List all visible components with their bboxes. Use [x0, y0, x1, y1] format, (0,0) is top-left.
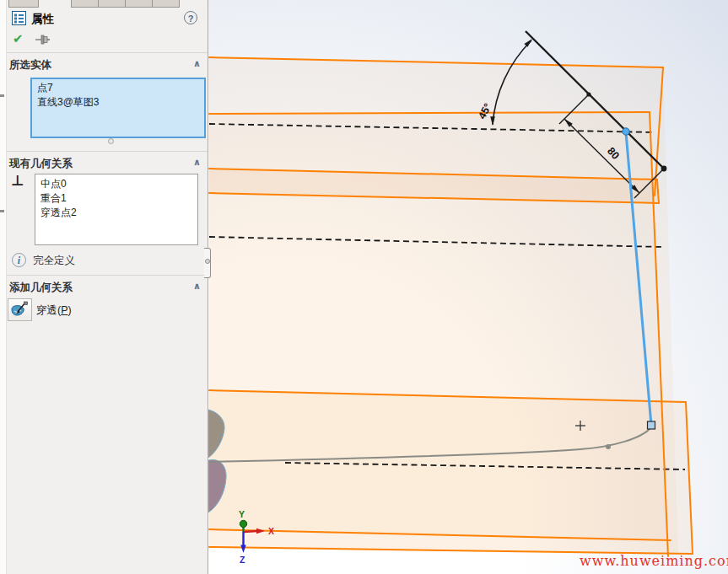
pierce-label-text: 穿透(: [36, 304, 61, 316]
panel-actions-row: ✔: [7, 31, 208, 50]
definition-status-row: i 完全定义: [7, 252, 208, 272]
panel-splitter-handle[interactable]: [204, 248, 211, 278]
pierce-label-suffix: ): [68, 304, 72, 316]
pierce-icon: [10, 301, 30, 319]
collapsed-side-rail[interactable]: [0, 0, 7, 574]
panel-tab-stub[interactable]: [152, 0, 180, 8]
section-add-relations-header[interactable]: 添加几何关系 ∧: [7, 278, 208, 297]
pierce-accesskey: P: [61, 304, 67, 316]
splitter-grip-icon: [205, 259, 210, 264]
chevron-up-icon[interactable]: ∧: [193, 157, 201, 168]
divider: [7, 151, 208, 152]
pierce-button[interactable]: [8, 298, 32, 321]
panel-tab-stub[interactable]: [8, 0, 39, 8]
panel-tab-stub[interactable]: [98, 0, 126, 8]
rail-tick: [0, 210, 4, 212]
chevron-up-icon[interactable]: ∧: [193, 58, 201, 69]
section-label: 所选实体: [9, 58, 51, 72]
spline-point: [606, 444, 611, 449]
watermark: www.huweiming.com: [580, 553, 728, 569]
ok-button[interactable]: ✔: [13, 31, 24, 46]
selection-item[interactable]: 点7: [37, 81, 199, 95]
page-title: 属性: [31, 12, 54, 27]
info-icon: i: [12, 253, 26, 267]
relation-item[interactable]: 重合1: [40, 191, 192, 206]
relation-item[interactable]: 穿透点2: [40, 206, 192, 220]
pin-icon: [35, 34, 51, 46]
section-label: 现有几何关系: [9, 157, 73, 171]
section-selected-entities-header[interactable]: 所选实体 ∧: [7, 56, 208, 74]
triad-y-label: Y: [239, 509, 245, 519]
panel-tab-stub[interactable]: [125, 0, 153, 8]
rail-tick: [0, 94, 4, 97]
section-existing-relations-header[interactable]: 现有几何关系 ∧: [7, 154, 208, 173]
panel-title-row: 属性 ?: [7, 9, 208, 31]
selection-item[interactable]: 直线3@草图3: [37, 95, 199, 110]
triad-z-label: Z: [240, 555, 245, 565]
pin-button[interactable]: [35, 34, 51, 49]
help-icon[interactable]: ?: [184, 11, 197, 24]
divider: [7, 275, 208, 276]
listbox-resize-grip[interactable]: [108, 138, 114, 144]
perpendicular-icon: ⊥: [11, 172, 24, 190]
property-manager-panel: 属性 ? ✔ 所选实体 ∧ 点7 直线3@草图3 现有几何关系 ∧ ⊥ 中点0 …: [7, 0, 208, 574]
triad-x-label: X: [268, 526, 274, 536]
chevron-up-icon[interactable]: ∧: [193, 281, 201, 292]
divider: [7, 52, 208, 53]
selection-listbox[interactable]: 点7 直线3@草图3: [30, 78, 206, 138]
section-label: 添加几何关系: [9, 281, 73, 295]
endpoint-handle[interactable]: [648, 421, 655, 429]
selected-point[interactable]: [623, 128, 629, 135]
properties-icon: [12, 11, 26, 29]
status-text: 完全定义: [33, 254, 75, 268]
pierce-button-label[interactable]: 穿透(P): [36, 303, 72, 318]
relations-listbox[interactable]: 中点0 重合1 穿透点2: [35, 174, 198, 245]
panel-tab-stub[interactable]: [71, 0, 99, 8]
relation-item[interactable]: 中点0: [40, 177, 192, 191]
